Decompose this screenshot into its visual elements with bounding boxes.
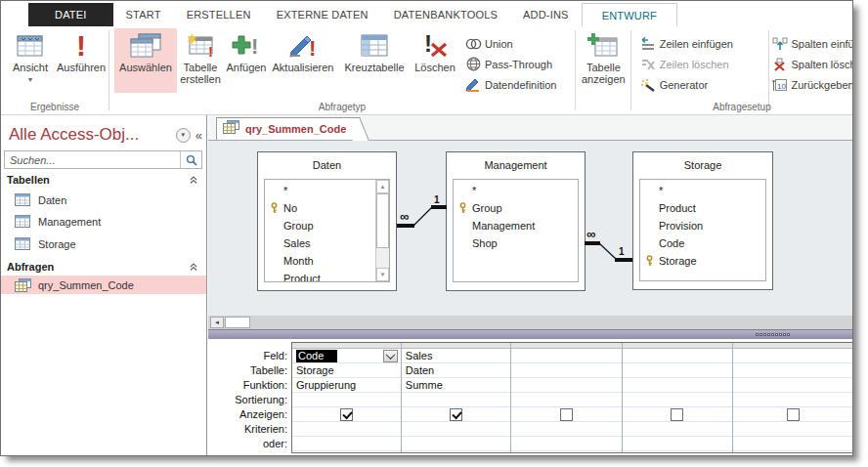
cell-funktion-2[interactable]: Summe [402,378,510,393]
show-checkbox[interactable] [340,408,353,421]
aktualisieren-button[interactable]: ! Aktualisieren [269,28,337,93]
grid-row-label-tabelle: Tabelle: [208,363,287,378]
search-input[interactable] [5,151,180,168]
pass-through-label: Pass-Through [485,59,552,70]
cell-tabelle-3[interactable] [511,363,622,378]
svg-text:!: ! [208,43,213,59]
cell-funktion-1[interactable]: Gruppierung [292,378,401,393]
union-button[interactable]: Union [464,33,556,54]
kreuztabelle-button[interactable]: Kreuztabelle [337,28,412,93]
svg-text:10: 10 [777,81,786,90]
cell-funktion-5[interactable] [733,378,852,393]
cell-kriterien-1[interactable] [292,422,401,437]
anfuegen-button[interactable]: ! Anfügen [224,28,269,93]
svg-text:!: ! [251,34,258,59]
cell-oder-2[interactable] [402,437,510,451]
join-daten-management[interactable]: ∞ 1 [397,194,447,226]
tabelle-anzeigen-button[interactable]: Tabelle anzeigen [580,28,628,93]
ausfuehren-button[interactable]: ! Ausführen [56,28,107,93]
nav-item-management[interactable]: Management [1,212,206,231]
cell-kriterien-4[interactable] [623,422,733,437]
splitter-grip[interactable] [756,333,790,336]
cell-feld-2[interactable]: Sales [402,349,510,363]
cell-sortierung-1[interactable] [292,393,401,407]
tab-externe-daten[interactable]: EXTERNE DATEN [264,3,381,26]
cell-tabelle-5[interactable] [733,363,852,378]
cell-kriterien-5[interactable] [733,422,852,437]
collapse-section-icon[interactable] [189,262,198,272]
cell-tabelle-4[interactable] [623,363,733,378]
nav-item-daten[interactable]: Daten [1,191,206,209]
tab-datei[interactable]: DATEI [28,3,113,26]
ansicht-button[interactable]: Ansicht ▾ [5,28,56,93]
group-label-abfragetyp: Abfragetyp [109,102,575,112]
pass-through-button[interactable]: Pass-Through [464,54,556,74]
tab-entwurf[interactable]: ENTWURF [582,3,677,26]
nav-menu-dropdown-icon[interactable]: ▾ [176,128,191,143]
cell-oder-5[interactable] [733,437,852,451]
svg-text:!: ! [424,32,432,57]
zurueckgeben-button[interactable]: 10 Zurückgeben: [772,74,853,95]
field-combo-button[interactable] [383,350,398,362]
cell-funktion-4[interactable] [623,378,733,393]
nav-item-storage[interactable]: Storage [1,234,206,253]
delete-query-icon: ! [420,30,450,62]
cell-sortierung-3[interactable] [511,393,622,407]
loeschen-button[interactable]: ! Löschen [412,28,458,93]
many-symbol: ∞ [586,227,595,241]
grid-row-label-funktion: Funktion: [208,378,287,393]
cell-oder-3[interactable] [511,437,622,451]
join-lines: ∞ 1 ∞ 1 [208,141,853,317]
nav-pane-header: Alle Access-Obj... ▾ « [9,120,202,149]
scrollbar-thumb[interactable] [225,317,250,328]
cell-oder-1[interactable] [292,437,401,451]
insert-rows-icon [639,36,657,52]
delete-columns-icon [772,57,788,72]
collapse-section-icon[interactable] [189,175,198,185]
nav-item-qry-summen-code[interactable]: qry_Summen_Code [1,276,206,294]
nav-section-abfragen[interactable]: Abfragen [1,259,206,275]
group-label-abfragesetup: Abfragesetup [630,102,853,112]
cell-feld-3[interactable] [511,349,622,363]
shutter-close-icon[interactable]: « [195,128,202,143]
cell-kriterien-3[interactable] [511,422,622,437]
cell-anzeigen-2 [402,407,510,422]
cell-oder-4[interactable] [623,437,733,451]
tab-add-ins[interactable]: ADD-INS [510,3,582,26]
cell-feld-4[interactable] [623,349,733,363]
pane-splitter[interactable] [208,329,852,339]
cell-tabelle-1[interactable]: Storage [292,363,401,378]
generator-button[interactable]: Generator [639,74,760,95]
show-checkbox[interactable] [450,408,462,421]
auswaehlen-button[interactable]: Auswählen [114,28,177,93]
scroll-left-icon[interactable]: ◂ [210,317,224,328]
show-checkbox[interactable] [560,408,573,421]
cell-sortierung-4[interactable] [623,393,733,407]
tab-datenbanktools[interactable]: DATENBANKTOOLS [381,3,510,26]
cell-funktion-3[interactable] [511,378,622,393]
spalten-einfuegen-button[interactable]: Spalten einfügen [772,33,853,54]
zeilen-loeschen-button[interactable]: Zeilen löschen [639,54,760,74]
cell-sortierung-5[interactable] [733,393,852,407]
nav-pane-title: Alle Access-Obj... [9,125,176,145]
document-tab-qry-summen-code[interactable]: qry_Summen_Code [216,117,357,140]
join-management-storage[interactable]: ∞ 1 [585,227,632,260]
tab-start[interactable]: START [113,3,174,26]
tabelle-erstellen-button[interactable]: ! Tabelle erstellen [177,28,224,93]
tab-erstellen[interactable]: ERSTELLEN [174,3,264,26]
show-checkbox[interactable] [787,408,800,421]
run-exclamation-icon: ! [76,30,86,62]
cell-feld-1[interactable]: Code [292,349,401,363]
cell-feld-5[interactable] [733,349,852,363]
zeilen-einfuegen-button[interactable]: Zeilen einfügen [639,33,760,54]
show-checkbox[interactable] [671,408,683,421]
design-horizontal-scrollbar[interactable]: ◂ [208,316,852,329]
cell-kriterien-2[interactable] [402,422,510,437]
datendefinition-button[interactable]: Datendefinition [464,74,556,95]
cell-sortierung-2[interactable] [402,393,510,407]
search-icon[interactable] [180,151,201,168]
nav-section-tabellen[interactable]: Tabellen [1,172,206,188]
spalten-loeschen-button[interactable]: Spalten löschen [772,54,853,74]
cell-tabelle-2[interactable]: Daten [402,363,510,378]
zurueckgeben-label: Zurückgeben: [791,79,853,91]
